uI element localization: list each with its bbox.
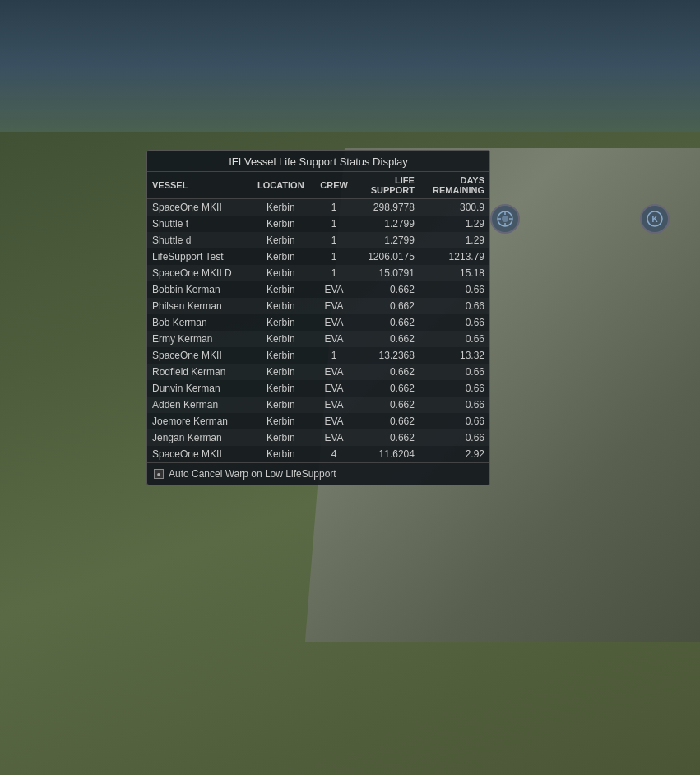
cell-life-support: 0.662 <box>355 364 420 380</box>
cell-days-remaining: 0.66 <box>420 364 489 380</box>
table-row[interactable]: Shuttle dKerbin11.27991.29 <box>147 232 489 248</box>
cell-life-support: 0.662 <box>355 298 420 314</box>
cell-life-support: 0.662 <box>355 413 420 429</box>
cell-days-remaining: 0.66 <box>420 298 489 314</box>
col-days-remaining: DAYSREMAINING <box>420 172 489 199</box>
cell-crew: EVA <box>313 331 355 347</box>
table-body: SpaceOne MKIIKerbin1298.9778300.9Shuttle… <box>147 199 489 463</box>
svg-text:K: K <box>651 215 658 224</box>
cell-days-remaining: 0.66 <box>420 281 489 298</box>
cell-life-support: 0.662 <box>355 380 420 397</box>
cell-location: Kerbin <box>248 248 313 265</box>
cell-life-support: 1.2799 <box>355 216 420 232</box>
cell-location: Kerbin <box>248 232 313 248</box>
cell-crew: 1 <box>313 265 355 281</box>
table-row[interactable]: Joemore KermanKerbinEVA0.6620.66 <box>147 413 489 429</box>
table-header-row: VESSEL LOCATION CREW LIFESUPPORT DAYSREM… <box>147 172 489 199</box>
cell-life-support: 15.0791 <box>355 265 420 281</box>
footer-row: Auto Cancel Warp on Low LifeSupport <box>147 462 489 485</box>
cell-vessel: Joemore Kerman <box>147 413 248 429</box>
cell-crew: 1 <box>313 248 355 265</box>
cell-vessel: Shuttle d <box>147 232 248 248</box>
table-row[interactable]: SpaceOne MKIIKerbin113.236813.32 <box>147 347 489 364</box>
cell-days-remaining: 1213.79 <box>420 248 489 265</box>
cell-life-support: 11.6204 <box>355 446 420 462</box>
cell-vessel: Ermy Kerman <box>147 331 248 347</box>
cell-vessel: Bob Kerman <box>147 314 248 331</box>
cell-crew: 1 <box>313 199 355 216</box>
cell-location: Kerbin <box>248 216 313 232</box>
cell-days-remaining: 13.32 <box>420 347 489 364</box>
life-support-panel: IFI Vessel Life Support Status Display V… <box>146 150 490 485</box>
hud-icon-2[interactable]: K <box>640 204 670 234</box>
cell-days-remaining: 300.9 <box>420 199 489 216</box>
cell-life-support: 298.9778 <box>355 199 420 216</box>
cell-vessel: Jengan Kerman <box>147 429 248 446</box>
hud-icon-1[interactable] <box>490 204 520 234</box>
cell-life-support: 0.662 <box>355 429 420 446</box>
cell-days-remaining: 0.66 <box>420 429 489 446</box>
cell-crew: EVA <box>313 413 355 429</box>
table-row[interactable]: Jengan KermanKerbinEVA0.6620.66 <box>147 429 489 446</box>
cell-life-support: 1206.0175 <box>355 248 420 265</box>
cell-days-remaining: 0.66 <box>420 413 489 429</box>
table-row[interactable]: Bobbin KermanKerbinEVA0.6620.66 <box>147 281 489 298</box>
vessel-table: VESSEL LOCATION CREW LIFESUPPORT DAYSREM… <box>147 172 489 462</box>
table-row[interactable]: Bob KermanKerbinEVA0.6620.66 <box>147 314 489 331</box>
cell-crew: EVA <box>313 298 355 314</box>
cell-crew: 1 <box>313 216 355 232</box>
col-vessel: VESSEL <box>147 172 248 199</box>
cell-days-remaining: 1.29 <box>420 232 489 248</box>
cell-vessel: Bobbin Kerman <box>147 281 248 298</box>
col-life-support: LIFESUPPORT <box>355 172 420 199</box>
auto-cancel-warp-checkbox[interactable] <box>154 469 164 479</box>
cell-days-remaining: 0.66 <box>420 331 489 347</box>
cell-location: Kerbin <box>248 331 313 347</box>
cell-vessel: Shuttle t <box>147 216 248 232</box>
col-location: LOCATION <box>248 172 313 199</box>
cell-location: Kerbin <box>248 446 313 462</box>
table-row[interactable]: LifeSupport TestKerbin11206.01751213.79 <box>147 248 489 265</box>
cell-vessel: LifeSupport Test <box>147 248 248 265</box>
cell-vessel: SpaceOne MKII <box>147 199 248 216</box>
table-row[interactable]: Shuttle tKerbin11.27991.29 <box>147 216 489 232</box>
cell-crew: EVA <box>313 281 355 298</box>
cell-life-support: 1.2799 <box>355 232 420 248</box>
panel-title: IFI Vessel Life Support Status Display <box>147 151 489 172</box>
svg-point-1 <box>502 216 508 222</box>
cell-life-support: 0.662 <box>355 397 420 413</box>
cell-location: Kerbin <box>248 413 313 429</box>
table-row[interactable]: SpaceOne MKIIKerbin1298.9778300.9 <box>147 199 489 216</box>
cell-days-remaining: 0.66 <box>420 397 489 413</box>
cell-crew: 4 <box>313 446 355 462</box>
cell-vessel: SpaceOne MKII <box>147 446 248 462</box>
cell-crew: EVA <box>313 397 355 413</box>
cell-location: Kerbin <box>248 199 313 216</box>
cell-crew: 1 <box>313 232 355 248</box>
table-row[interactable]: Philsen KermanKerbinEVA0.6620.66 <box>147 298 489 314</box>
cell-crew: EVA <box>313 314 355 331</box>
cell-life-support: 0.662 <box>355 331 420 347</box>
cell-vessel: SpaceOne MKII D <box>147 265 248 281</box>
cell-crew: 1 <box>313 347 355 364</box>
cell-location: Kerbin <box>248 298 313 314</box>
cell-crew: EVA <box>313 364 355 380</box>
cell-location: Kerbin <box>248 397 313 413</box>
cell-location: Kerbin <box>248 347 313 364</box>
table-row[interactable]: SpaceOne MKIIKerbin411.62042.92 <box>147 446 489 462</box>
auto-cancel-warp-label: Auto Cancel Warp on Low LifeSupport <box>169 468 336 480</box>
cell-vessel: Dunvin Kerman <box>147 380 248 397</box>
table-wrapper[interactable]: VESSEL LOCATION CREW LIFESUPPORT DAYSREM… <box>147 172 489 462</box>
table-row[interactable]: Rodfield KermanKerbinEVA0.6620.66 <box>147 364 489 380</box>
cell-days-remaining: 15.18 <box>420 265 489 281</box>
table-row[interactable]: Dunvin KermanKerbinEVA0.6620.66 <box>147 380 489 397</box>
cell-vessel: Adden Kerman <box>147 397 248 413</box>
cell-life-support: 13.2368 <box>355 347 420 364</box>
table-row[interactable]: SpaceOne MKII DKerbin115.079115.18 <box>147 265 489 281</box>
cell-location: Kerbin <box>248 265 313 281</box>
table-row[interactable]: Adden KermanKerbinEVA0.6620.66 <box>147 397 489 413</box>
cell-life-support: 0.662 <box>355 314 420 331</box>
table-row[interactable]: Ermy KermanKerbinEVA0.6620.66 <box>147 331 489 347</box>
cell-days-remaining: 2.92 <box>420 446 489 462</box>
cell-location: Kerbin <box>248 314 313 331</box>
